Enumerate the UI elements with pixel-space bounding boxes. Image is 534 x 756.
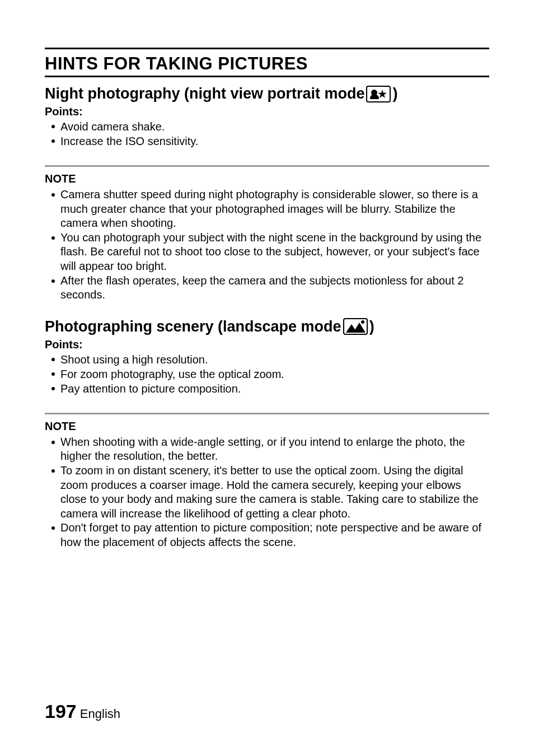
points-label: Points:	[45, 338, 489, 351]
top-rule	[45, 48, 489, 49]
night-portrait-mode-icon: ★	[366, 86, 391, 102]
main-title: HINTS FOR TAKING PICTURES	[45, 54, 489, 74]
note-rule	[45, 413, 489, 414]
list-item: Camera shutter speed during night photog…	[51, 188, 489, 231]
list-item: Avoid camera shake.	[51, 119, 489, 134]
list-item: After the flash operates, keep the camer…	[51, 274, 489, 302]
section-heading-night: Night photography (night view portrait m…	[45, 85, 489, 102]
list-item: Pay attention to picture composition.	[51, 381, 489, 396]
list-item: You can photograph your subject with the…	[51, 231, 489, 274]
list-item: When shooting with a wide-angle setting,…	[51, 435, 489, 464]
footer: 197 English	[45, 701, 120, 722]
heading-text-prefix: Night photography (night view portrait m…	[45, 85, 364, 102]
section-heading-landscape: Photographing scenery (landscape mode )	[45, 318, 489, 335]
note-list: Camera shutter speed during night photog…	[45, 188, 489, 302]
landscape-mode-icon	[343, 318, 368, 335]
title-underline	[45, 76, 489, 77]
points-list: Shoot using a high resolution. For zoom …	[45, 352, 489, 396]
note-list: When shooting with a wide-angle setting,…	[45, 435, 489, 550]
heading-text-suffix: )	[369, 318, 374, 335]
points-list: Avoid camera shake. Increase the ISO sen…	[45, 119, 489, 148]
footer-language: English	[77, 707, 120, 721]
list-item: Shoot using a high resolution.	[51, 352, 489, 367]
note-label: NOTE	[45, 172, 489, 185]
heading-text-suffix: )	[392, 85, 397, 102]
page-number: 197	[45, 701, 77, 722]
points-label: Points:	[45, 105, 489, 118]
heading-text-prefix: Photographing scenery (landscape mode	[45, 318, 341, 335]
note-rule	[45, 165, 489, 167]
note-label: NOTE	[45, 420, 489, 433]
list-item: Increase the ISO sensitivity.	[51, 134, 489, 148]
list-item: For zoom photography, use the optical zo…	[51, 367, 489, 381]
list-item: To zoom in on distant scenery, it's bett…	[51, 464, 489, 521]
list-item: Don't forget to pay attention to picture…	[51, 521, 489, 549]
